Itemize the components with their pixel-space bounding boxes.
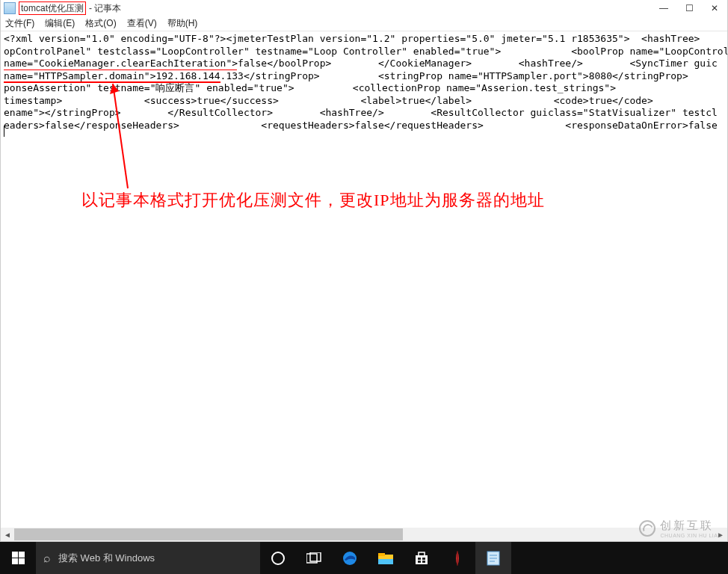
taskbar-app-jmeter[interactable]	[439, 542, 475, 574]
text-editor-area[interactable]: <?xml version="1.0" encoding="UTF-8"?><j…	[1, 31, 727, 528]
window-controls: — ☐ ✕	[651, 0, 727, 16]
watermark-text: 创新互联	[660, 519, 722, 533]
folder-icon	[377, 551, 394, 566]
title-bar: tomcat优化压测 - 记事本 — ☐ ✕	[1, 0, 727, 16]
taskbar-app-explorer[interactable]	[368, 542, 404, 574]
task-view-button[interactable]	[296, 542, 332, 574]
menu-bar: 文件(F) 编辑(E) 格式(O) 查看(V) 帮助(H)	[1, 16, 727, 31]
store-icon	[414, 551, 429, 566]
svg-rect-11	[422, 558, 425, 560]
windows-logo-icon	[12, 552, 25, 564]
edge-icon	[342, 550, 358, 567]
scroll-track[interactable]	[14, 528, 714, 541]
task-view-icon	[306, 552, 321, 564]
maximize-button[interactable]: ☐	[676, 0, 702, 16]
menu-format[interactable]: 格式(O)	[85, 17, 116, 30]
taskbar-search[interactable]: ⌕ 搜索 Web 和 Windows	[36, 542, 260, 574]
taskbar: ⌕ 搜索 Web 和 Windows	[0, 542, 728, 574]
scroll-thumb[interactable]	[14, 528, 403, 540]
taskbar-apps	[332, 542, 511, 574]
watermark-logo-icon	[639, 520, 655, 537]
annotation-underline-1	[4, 70, 237, 71]
watermark: 创新互联 CHUANG XIN HU LIAN	[639, 519, 722, 538]
svg-rect-8	[416, 555, 428, 564]
svg-rect-9	[419, 552, 425, 556]
taskbar-app-store[interactable]	[404, 542, 439, 574]
menu-file[interactable]: 文件(F)	[5, 17, 34, 30]
notepad-icon	[4, 2, 16, 14]
window-title-filename: tomcat优化压测	[19, 1, 86, 15]
horizontal-scrollbar[interactable]: ◄ ►	[1, 528, 727, 541]
cortana-button[interactable]	[260, 542, 296, 574]
annotation-underline-2	[4, 81, 220, 83]
annotation-text: 以记事本格式打开优化压测文件，更改IP地址为服务器的地址	[81, 189, 545, 212]
watermark-text-wrap: 创新互联 CHUANG XIN HU LIAN	[660, 519, 722, 538]
menu-view[interactable]: 查看(V)	[127, 17, 157, 30]
svg-rect-10	[418, 558, 421, 560]
cortana-icon	[271, 552, 285, 565]
taskbar-app-notepad[interactable]	[475, 542, 511, 574]
notepad-app-icon	[486, 550, 501, 567]
svg-rect-12	[418, 561, 421, 563]
svg-rect-6	[378, 553, 385, 556]
menu-edit[interactable]: 编辑(E)	[45, 17, 75, 30]
text-caret	[4, 126, 4, 137]
search-placeholder: 搜索 Web 和 Windows	[58, 552, 155, 565]
search-icon: ⌕	[43, 552, 51, 565]
menu-help[interactable]: 帮助(H)	[167, 17, 198, 30]
start-button[interactable]	[0, 542, 36, 574]
scroll-left-arrow[interactable]: ◄	[1, 528, 14, 541]
feather-icon	[450, 549, 465, 567]
taskbar-app-edge[interactable]	[332, 542, 368, 574]
watermark-subtext: CHUANG XIN HU LIAN	[660, 533, 722, 538]
minimize-button[interactable]: —	[651, 0, 676, 16]
svg-rect-7	[378, 559, 393, 564]
svg-rect-13	[422, 561, 425, 563]
notepad-window: tomcat优化压测 - 记事本 — ☐ ✕ 文件(F) 编辑(E) 格式(O)…	[0, 0, 728, 542]
window-title-app: - 记事本	[89, 2, 121, 15]
close-button[interactable]: ✕	[702, 0, 727, 16]
